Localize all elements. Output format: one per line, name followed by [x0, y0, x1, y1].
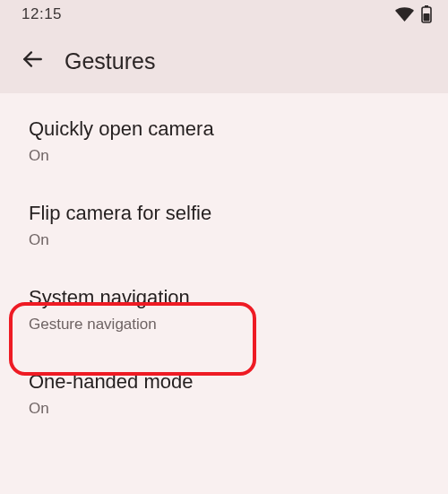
row-title: Quickly open camera: [29, 117, 419, 142]
status-time: 12:15: [22, 5, 62, 23]
battery-icon: [421, 5, 432, 23]
svg-rect-2: [424, 13, 430, 22]
row-quickly-open-camera[interactable]: Quickly open camera On: [0, 99, 448, 183]
status-bar: 12:15: [0, 0, 448, 29]
status-icons: [395, 5, 432, 23]
row-subtitle: On: [29, 231, 419, 249]
wifi-icon: [395, 7, 414, 22]
page-title: Gestures: [65, 48, 155, 74]
row-title: One-handed mode: [29, 369, 419, 394]
row-title: System navigation: [29, 285, 419, 310]
row-one-handed-mode[interactable]: One-handed mode On: [0, 351, 448, 436]
row-subtitle: On: [29, 400, 419, 418]
row-subtitle: Gesture navigation: [29, 316, 419, 334]
row-flip-camera-for-selfie[interactable]: Flip camera for selfie On: [0, 183, 448, 267]
row-system-navigation[interactable]: System navigation Gesture navigation: [0, 267, 448, 351]
settings-list: Quickly open camera On Flip camera for s…: [0, 93, 448, 436]
arrow-back-icon: [21, 48, 44, 74]
app-bar: Gestures: [0, 29, 448, 93]
row-title: Flip camera for selfie: [29, 201, 419, 226]
back-button[interactable]: [11, 39, 54, 82]
row-subtitle: On: [29, 147, 419, 165]
